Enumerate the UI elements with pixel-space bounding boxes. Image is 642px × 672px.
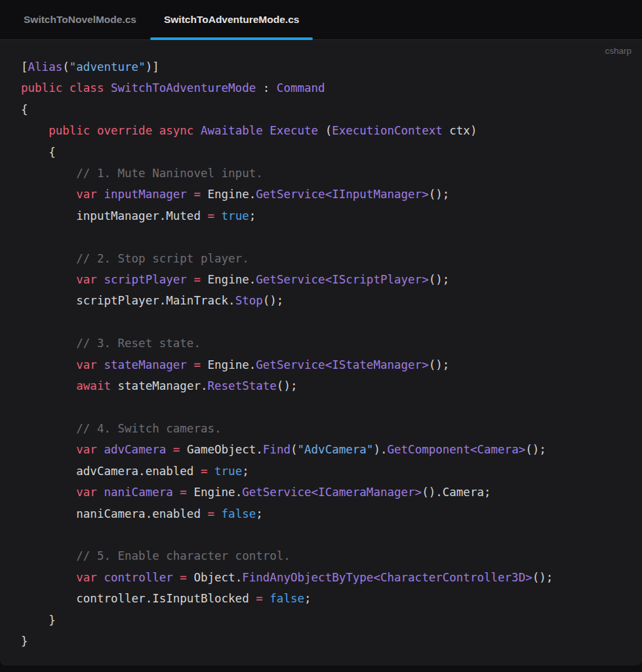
code-token: [21, 358, 76, 371]
code-token: {: [21, 103, 28, 116]
code-token: =: [180, 571, 187, 584]
code-token: =: [180, 486, 187, 499]
code-token: GetService<IStateManager>: [256, 358, 428, 371]
code-line: var controller = Object.FindAnyObjectByT…: [21, 567, 626, 588]
code-token: [21, 549, 76, 562]
code-token: [263, 592, 270, 605]
code-token: Command: [277, 81, 325, 94]
code-line: public override async Awaitable Execute …: [21, 120, 626, 141]
code-token: ;: [304, 592, 311, 605]
code-token: ;: [242, 465, 249, 478]
code-token: =: [193, 188, 201, 201]
code-token: }: [21, 614, 56, 627]
code-token: [263, 124, 270, 137]
code-line: await stateManager.ResetState();: [21, 375, 626, 396]
code-line: var naniCamera = Engine.GetService<ICame…: [21, 482, 626, 503]
code-token: controller.IsInputBlocked: [21, 592, 256, 605]
code-token: naniCamera.enabled: [21, 507, 207, 520]
code-token: =: [201, 465, 208, 478]
code-token: [214, 209, 222, 222]
code-line: [21, 524, 626, 545]
code-token: ResetState: [208, 379, 277, 392]
code-token: [214, 507, 222, 520]
code-token: Engine.: [201, 273, 256, 286]
code-token: // 2. Stop script player.: [76, 252, 249, 265]
code-token: [166, 443, 173, 456]
code-token: var: [76, 443, 97, 456]
code-line: var advCamera = GameObject.Find("AdvCame…: [21, 439, 626, 460]
code-token: [97, 486, 104, 499]
code-token: (: [62, 60, 70, 74]
code-token: Execute: [270, 124, 318, 137]
code-token: Alias: [28, 60, 63, 74]
code-token: [97, 443, 104, 456]
code-token: ();: [429, 188, 450, 201]
code-token: await: [76, 379, 111, 392]
code-token: // 1. Mute Naninovel input.: [76, 167, 262, 180]
code-token: =: [207, 209, 214, 222]
code-token: =: [173, 443, 180, 456]
code-line: // 4. Switch cameras.: [21, 418, 626, 439]
code-token: ;: [249, 209, 256, 222]
code-token: Engine.: [187, 486, 242, 499]
code-line: [21, 397, 626, 418]
code-token: [187, 188, 194, 201]
code-token: GetService<ICameraManager>: [242, 486, 422, 499]
code-token: [21, 337, 76, 350]
code-token: // 5. Enable character control.: [76, 549, 291, 562]
code-token: SwitchToAdventureMode: [111, 81, 256, 94]
code-line: var scriptPlayer = Engine.GetService<ISc…: [21, 269, 626, 290]
code-token: public override async: [49, 124, 201, 137]
code-token: scriptPlayer.MainTrack.: [21, 294, 235, 307]
code-line: inputManager.Muted = true;: [21, 205, 626, 226]
code-line: }: [21, 610, 626, 631]
code-token: ().Camera;: [422, 486, 491, 499]
code-token: [187, 273, 194, 286]
code-token: scriptPlayer: [104, 273, 186, 286]
code-token: ();: [532, 571, 553, 584]
code-token: // 3. Reset state.: [76, 337, 201, 350]
code-token: GetService<IInputManager>: [256, 188, 428, 201]
code-token: [21, 422, 76, 435]
file-tab-switchtonovelmode-cs[interactable]: SwitchToNovelMode.cs: [10, 0, 150, 39]
code-token: true: [214, 465, 242, 478]
code-token: ();: [429, 358, 450, 371]
code-token: [21, 188, 76, 201]
code-line: [21, 312, 626, 333]
code-token: (: [291, 443, 298, 456]
code-token: true: [222, 209, 249, 222]
code-line: // 3. Reset state.: [21, 333, 626, 354]
code-token: [173, 486, 180, 499]
code-token: ();: [277, 379, 298, 392]
code-token: advCamera: [104, 443, 166, 456]
code-token: Awaitable: [201, 124, 263, 137]
code-line: public class SwitchToAdventureMode : Com…: [21, 77, 626, 98]
code-token: [21, 124, 49, 137]
code-token: "adventure": [70, 60, 146, 74]
code-token: [21, 486, 76, 499]
code-token: ExecutionContext: [332, 124, 443, 137]
code-token: // 4. Switch cameras.: [76, 422, 221, 435]
code-panel: csharp [Alias("adventure")]public class …: [0, 40, 642, 665]
code-line: // 1. Mute Naninovel input.: [21, 163, 626, 184]
code-token: naniCamera: [104, 486, 172, 499]
code-token: [21, 273, 76, 286]
code-token: false: [222, 507, 256, 520]
code-token: [173, 571, 180, 584]
code-token: var: [76, 486, 97, 499]
code-token: )]: [146, 60, 159, 74]
code-token: Find: [263, 443, 291, 456]
code-token: ();: [263, 294, 284, 307]
code-token: [21, 571, 76, 584]
code-token: :: [256, 81, 277, 94]
code-token: public class: [21, 81, 111, 94]
code-line: {: [21, 99, 626, 120]
code-token: [21, 167, 76, 180]
code-line: advCamera.enabled = true;: [21, 461, 626, 482]
code-token: Object.: [187, 571, 242, 584]
file-tab-switchtoadventuremode-cs[interactable]: SwitchToAdventureMode.cs: [150, 0, 313, 39]
code-group: SwitchToNovelMode.csSwitchToAdventureMod…: [0, 0, 642, 665]
code-token: controller: [104, 571, 172, 584]
code-token: GetService<IScriptPlayer>: [256, 273, 428, 286]
code-token: [21, 379, 76, 392]
